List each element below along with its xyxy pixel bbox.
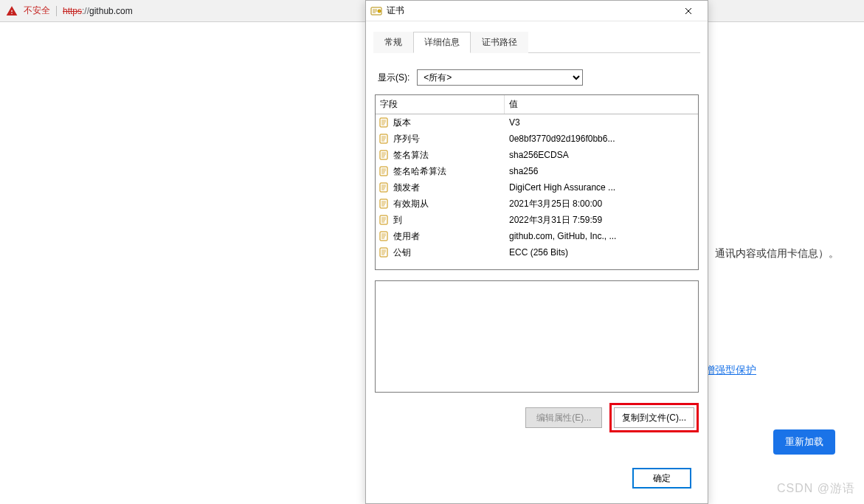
tab-strip: 常规 详细信息 证书路径 — [373, 32, 700, 53]
dialog-titlebar[interactable]: 证书 — [366, 1, 708, 21]
tab-details[interactable]: 详细信息 — [413, 32, 471, 53]
row-value: 2022年3月31日 7:59:59 — [505, 214, 698, 227]
row-value: 2021年3月25日 8:00:00 — [505, 198, 698, 210]
tab-general[interactable]: 常规 — [373, 32, 413, 53]
row-field: 有效期从 — [393, 198, 505, 210]
svg-rect-6 — [380, 183, 387, 192]
svg-rect-3 — [380, 134, 387, 143]
field-icon — [379, 246, 390, 258]
table-row[interactable]: 签名算法sha256ECDSA — [376, 147, 698, 163]
edit-properties-button: 编辑属性(E)... — [525, 407, 602, 428]
row-field: 颁发者 — [393, 182, 505, 194]
dialog-title: 证书 — [387, 4, 674, 17]
row-value: sha256ECDSA — [505, 150, 698, 160]
certificate-dialog: 证书 常规 详细信息 证书路径 显示(S): <所有> 字段 值 版本V3序列号… — [365, 0, 708, 504]
field-icon — [379, 149, 390, 161]
row-value: 0e8bf3770d92d196f0bb6... — [505, 134, 698, 144]
table-row[interactable]: 版本V3 — [376, 114, 698, 131]
svg-rect-5 — [380, 167, 387, 176]
url-sep: :// — [82, 6, 89, 16]
not-secure-label: 不安全 — [24, 4, 50, 17]
field-icon — [379, 182, 390, 193]
row-field: 签名算法 — [393, 149, 505, 162]
field-icon — [379, 117, 390, 128]
header-field[interactable]: 字段 — [376, 95, 505, 114]
show-select[interactable]: <所有> — [417, 69, 583, 86]
fields-list[interactable]: 字段 值 版本V3序列号0e8bf3770d92d196f0bb6...签名算法… — [375, 94, 699, 270]
background-partial-text: 、通讯内容或信用卡信息）。 — [705, 247, 839, 260]
header-value[interactable]: 值 — [505, 95, 698, 114]
table-row[interactable]: 颁发者DigiCert High Assurance ... — [376, 179, 698, 196]
highlight-frame: 复制到文件(C)... — [609, 403, 699, 432]
field-icon — [379, 165, 390, 177]
table-row[interactable]: 公钥ECC (256 Bits) — [376, 244, 698, 260]
row-value: ECC (256 Bits) — [505, 247, 698, 258]
tab-cert-path[interactable]: 证书路径 — [471, 32, 528, 53]
list-header: 字段 值 — [376, 95, 698, 114]
field-icon — [379, 133, 390, 145]
url-host: github.com — [89, 6, 133, 16]
row-field: 使用者 — [393, 230, 505, 243]
table-row[interactable]: 签名哈希算法sha256 — [376, 163, 698, 179]
url-display[interactable]: https://github.com — [63, 6, 133, 16]
row-field: 公钥 — [393, 246, 505, 259]
row-value: sha256 — [505, 166, 698, 176]
table-row[interactable]: 到2022年3月31日 7:59:59 — [376, 212, 698, 228]
svg-rect-2 — [380, 118, 387, 127]
svg-rect-10 — [380, 248, 387, 257]
show-label: 显示(S): — [378, 72, 409, 84]
svg-rect-9 — [380, 232, 387, 241]
watermark: CSDN @游语 — [777, 481, 855, 497]
detail-textbox[interactable] — [375, 280, 699, 393]
row-field: 序列号 — [393, 133, 505, 145]
row-value: V3 — [505, 117, 698, 128]
table-row[interactable]: 使用者github.com, GitHub, Inc., ... — [376, 228, 698, 244]
field-icon — [379, 230, 390, 242]
url-protocol: https — [63, 6, 82, 16]
table-row[interactable]: 序列号0e8bf3770d92d196f0bb6... — [376, 131, 698, 147]
table-row[interactable]: 有效期从2021年3月25日 8:00:00 — [376, 196, 698, 212]
divider — [56, 6, 57, 16]
field-icon — [379, 214, 390, 226]
ok-button[interactable]: 确定 — [632, 468, 691, 489]
copy-to-file-button[interactable]: 复制到文件(C)... — [614, 407, 694, 428]
warning-icon — [6, 5, 18, 17]
row-field: 到 — [393, 214, 505, 227]
svg-rect-7 — [380, 199, 387, 208]
enhanced-protection-link[interactable]: 增强型保护 — [705, 364, 756, 377]
svg-rect-8 — [380, 215, 387, 224]
field-icon — [379, 198, 390, 210]
svg-point-1 — [378, 10, 381, 13]
row-field: 签名哈希算法 — [393, 165, 505, 178]
certificate-icon — [370, 5, 382, 17]
reload-button[interactable]: 重新加载 — [773, 429, 835, 455]
row-field: 版本 — [393, 117, 505, 129]
row-value: DigiCert High Assurance ... — [505, 182, 698, 193]
row-value: github.com, GitHub, Inc., ... — [505, 231, 698, 241]
svg-rect-4 — [380, 151, 387, 159]
close-button[interactable] — [674, 2, 703, 20]
